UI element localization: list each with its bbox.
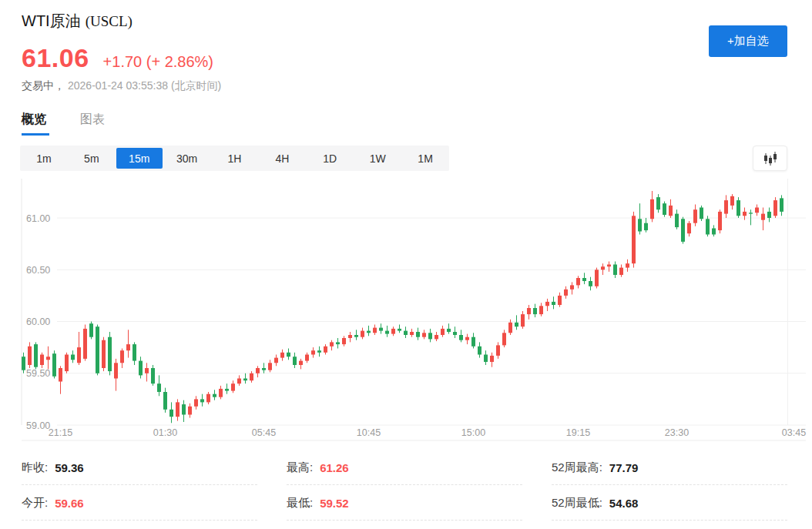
svg-text:60.00: 60.00 <box>26 316 50 327</box>
svg-text:03:45: 03:45 <box>782 427 806 438</box>
stat-value: 59.52 <box>320 497 349 510</box>
stat-value: 77.79 <box>609 461 639 474</box>
quote-timestamp: 2026-01-24 03:55:38 (北京时间) <box>68 79 221 92</box>
timeframe-1d[interactable]: 1D <box>307 148 353 169</box>
timeframe-15m[interactable]: 15m <box>116 148 163 169</box>
stat-label: 今开: <box>22 496 48 511</box>
svg-text:60.50: 60.50 <box>26 265 50 276</box>
stat-value: 59.66 <box>55 497 84 510</box>
stat-label: 最低: <box>287 496 313 511</box>
quote-page: WTI原油(USCL) 61.06 +1.70 (+ 2.86%) 交易中，20… <box>0 0 812 529</box>
stat-value: 59.36 <box>55 461 84 474</box>
quote-stats: 昨收:59.36最高:61.2652周最高:77.79今开:59.66最低:59… <box>22 450 787 521</box>
timeframe-1h[interactable]: 1H <box>212 148 258 169</box>
stat-today-open: 今开:59.66 <box>22 485 257 521</box>
timeframe-4h[interactable]: 4H <box>259 148 305 169</box>
stat-value: 61.26 <box>320 461 349 474</box>
stat-52wk-low: 52周最低:54.68 <box>552 485 787 521</box>
svg-text:61.00: 61.00 <box>26 213 50 224</box>
svg-text:05:45: 05:45 <box>252 427 276 438</box>
instrument-symbol: (USCL) <box>86 13 133 29</box>
stat-label: 最高: <box>287 460 313 475</box>
stat-value: 54.68 <box>609 497 639 510</box>
svg-text:21:15: 21:15 <box>49 427 72 438</box>
timeframe-1m[interactable]: 1M <box>402 148 448 169</box>
chart-type-button[interactable] <box>753 146 787 171</box>
quote-header: WTI原油(USCL) 61.06 +1.70 (+ 2.86%) 交易中，20… <box>0 0 812 93</box>
tab-overview[interactable]: 概览 <box>22 112 46 136</box>
market-status: 交易中， <box>22 79 65 92</box>
price-row: 61.06 +1.70 (+ 2.86%) <box>22 43 787 73</box>
svg-text:19:15: 19:15 <box>566 427 590 438</box>
instrument-title: WTI原油(USCL) <box>22 11 787 32</box>
svg-text:23:30: 23:30 <box>665 427 689 438</box>
timeframe-5m[interactable]: 5m <box>69 148 115 169</box>
price-change: +1.70 (+ 2.86%) <box>103 53 213 71</box>
stat-label: 52周最低: <box>552 496 602 511</box>
svg-text:10:45: 10:45 <box>357 427 381 438</box>
timeframe-row: 1m5m15m30m1H4H1D1W1M <box>20 146 787 171</box>
stat-day-high: 最高:61.26 <box>287 450 522 485</box>
stat-label: 52周最高: <box>552 460 602 475</box>
candlestick-chart-icon <box>762 150 779 167</box>
add-watchlist-button[interactable]: +加自选 <box>709 25 787 57</box>
stat-52wk-high: 52周最高:77.79 <box>552 450 787 485</box>
stat-label: 昨收: <box>22 460 48 475</box>
candlestick-chart[interactable]: 61.0060.5060.0059.5059.0021:1501:3005:45… <box>0 179 812 442</box>
last-price: 61.06 <box>22 43 89 73</box>
timeframe-1w[interactable]: 1W <box>354 148 401 169</box>
timeframe-30m[interactable]: 30m <box>164 148 210 169</box>
svg-text:59.00: 59.00 <box>26 420 50 431</box>
chart-area: 61.0060.5060.0059.5059.0021:1501:3005:45… <box>0 179 812 445</box>
svg-text:15:00: 15:00 <box>461 427 485 438</box>
instrument-name: WTI原油 <box>22 12 81 29</box>
stat-prev-close: 昨收:59.36 <box>22 450 257 485</box>
market-status-row: 交易中，2026-01-24 03:55:38 (北京时间) <box>22 79 787 93</box>
svg-text:59.50: 59.50 <box>26 368 50 379</box>
tab-chart[interactable]: 图表 <box>80 112 105 136</box>
timeframe-1m[interactable]: 1m <box>21 148 67 169</box>
view-tabs: 概览 图表 <box>0 93 812 136</box>
timeframe-bar: 1m5m15m30m1H4H1D1W1M <box>20 146 449 171</box>
svg-text:01:30: 01:30 <box>153 427 177 438</box>
stat-day-low: 最低:59.52 <box>287 485 522 521</box>
